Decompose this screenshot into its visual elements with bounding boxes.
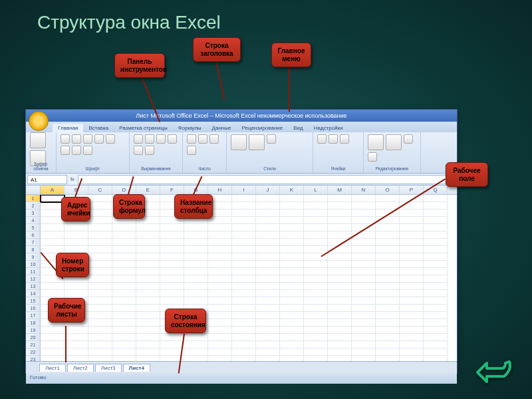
cell[interactable] [41, 231, 65, 239]
column-header[interactable]: K [280, 186, 304, 194]
cell[interactable] [136, 348, 160, 356]
cell[interactable] [65, 334, 88, 341]
cell[interactable] [352, 297, 376, 305]
cell[interactable] [208, 297, 232, 305]
ribbon-button[interactable] [145, 146, 154, 155]
cell[interactable] [112, 341, 136, 348]
ribbon-button[interactable] [106, 134, 115, 144]
cell[interactable] [352, 356, 376, 361]
cell[interactable] [208, 341, 232, 348]
cell[interactable] [376, 312, 400, 319]
cell[interactable] [352, 327, 376, 334]
cell[interactable] [424, 283, 448, 290]
cell[interactable] [256, 217, 280, 224]
cell[interactable] [376, 253, 400, 261]
cell[interactable] [88, 261, 112, 268]
cell[interactable] [136, 224, 160, 231]
cell[interactable] [400, 327, 424, 334]
cell[interactable] [160, 334, 184, 341]
cell[interactable] [424, 202, 448, 209]
cell[interactable] [304, 195, 328, 202]
cell[interactable] [65, 348, 88, 356]
cell[interactable] [376, 297, 400, 305]
cell[interactable] [88, 275, 112, 283]
cell[interactable] [232, 334, 256, 341]
ribbon-button[interactable] [317, 134, 327, 144]
cell[interactable] [304, 239, 328, 246]
cell[interactable] [352, 290, 376, 297]
cell[interactable] [400, 334, 424, 341]
cell[interactable] [280, 231, 304, 239]
cell[interactable] [232, 195, 256, 202]
row-header[interactable]: 5 [26, 224, 41, 231]
cell[interactable] [400, 275, 424, 283]
cell[interactable] [208, 334, 232, 341]
cell[interactable] [88, 334, 112, 341]
cell[interactable] [400, 224, 424, 231]
cell[interactable] [232, 290, 256, 297]
cell[interactable] [328, 202, 352, 209]
cell[interactable] [280, 327, 304, 334]
cell[interactable] [160, 231, 184, 239]
ribbon-button[interactable] [187, 134, 196, 144]
ribbon-button[interactable] [198, 134, 207, 144]
cell[interactable] [208, 327, 232, 334]
sheet-tab[interactable]: Лист1 [39, 364, 66, 372]
cell[interactable] [280, 341, 304, 348]
cell[interactable] [376, 348, 400, 356]
cell[interactable] [136, 268, 160, 275]
column-header[interactable]: F [160, 186, 184, 194]
cell[interactable] [352, 275, 376, 283]
cell[interactable] [208, 239, 232, 246]
ribbon-button[interactable] [94, 134, 104, 144]
cell[interactable] [65, 231, 88, 239]
cell[interactable] [136, 246, 160, 253]
cell[interactable] [280, 261, 304, 268]
cell[interactable] [328, 195, 352, 202]
cell[interactable] [136, 297, 160, 305]
cell[interactable] [352, 283, 376, 290]
cell[interactable] [136, 239, 160, 246]
ribbon-button[interactable] [368, 134, 384, 150]
cell[interactable] [41, 356, 65, 361]
cell[interactable] [376, 341, 400, 348]
cell[interactable] [232, 217, 256, 224]
ribbon-button[interactable] [249, 134, 265, 150]
cell[interactable] [41, 290, 65, 297]
cell[interactable] [280, 224, 304, 231]
cell[interactable] [112, 297, 136, 305]
cell[interactable] [136, 312, 160, 319]
cell[interactable] [65, 356, 88, 361]
cell[interactable] [232, 246, 256, 253]
cell[interactable] [88, 246, 112, 253]
cell[interactable] [400, 283, 424, 290]
cell[interactable] [232, 283, 256, 290]
cell[interactable] [304, 297, 328, 305]
cell[interactable] [352, 305, 376, 312]
cell[interactable] [208, 305, 232, 312]
cell[interactable] [400, 319, 424, 327]
cell[interactable] [304, 224, 328, 231]
cell[interactable] [304, 231, 328, 239]
ribbon-button[interactable] [329, 134, 338, 144]
cell[interactable] [376, 231, 400, 239]
ribbon-button[interactable] [83, 134, 92, 144]
cell[interactable] [304, 261, 328, 268]
cell[interactable] [136, 253, 160, 261]
cell[interactable] [256, 246, 280, 253]
ribbon-tab[interactable]: Формулы [173, 124, 207, 132]
cell[interactable] [376, 290, 400, 297]
name-box[interactable]: A1 [27, 175, 67, 184]
cell[interactable] [400, 297, 424, 305]
cell[interactable] [184, 275, 208, 283]
cell[interactable] [136, 334, 160, 341]
cell[interactable] [328, 356, 352, 361]
cell[interactable] [280, 283, 304, 290]
cell[interactable] [112, 261, 136, 268]
ribbon-button[interactable] [404, 134, 413, 144]
cell[interactable] [208, 283, 232, 290]
cell[interactable] [304, 275, 328, 283]
cell[interactable] [136, 327, 160, 334]
cell[interactable] [424, 290, 448, 297]
cell[interactable] [41, 327, 65, 334]
